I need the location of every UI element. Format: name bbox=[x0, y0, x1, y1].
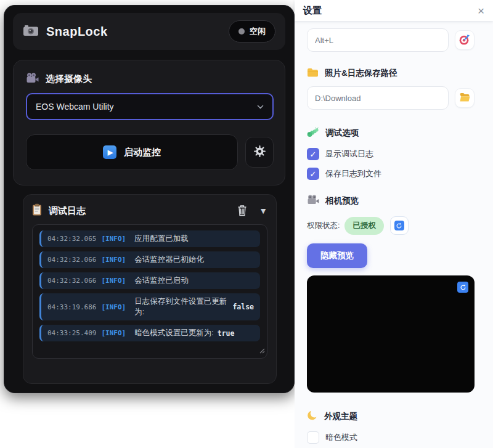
app-header: SnapLock 空闲 bbox=[13, 13, 285, 50]
hide-preview-button[interactable]: 隐藏预览 bbox=[307, 243, 367, 268]
permission-status-label: 权限状态: bbox=[307, 221, 340, 231]
log-entry: 04:33:25.409 [INFO] 暗色模式设置已更新为: true bbox=[39, 325, 260, 341]
resize-handle[interactable] bbox=[259, 345, 265, 356]
app-panel: SnapLock 空闲 选择摄像头 EOS Webcam Utility bbox=[4, 5, 295, 393]
status-dot-icon bbox=[238, 28, 245, 35]
close-icon[interactable]: × bbox=[478, 5, 484, 17]
status-text: 空闲 bbox=[250, 26, 266, 37]
log-entry: 04:33:19.686 [INFO] 日志保存到文件设置已更新为: false bbox=[39, 293, 260, 320]
moon-icon bbox=[307, 410, 318, 423]
collapse-log-button[interactable]: ▼ bbox=[259, 206, 267, 216]
trash-icon bbox=[237, 204, 248, 218]
path-section-heading: 照片&日志保存路径 bbox=[307, 68, 475, 79]
preview-section-heading: 相机预览 bbox=[307, 195, 475, 206]
settings-header: 设置 × bbox=[295, 0, 493, 21]
debug-log-card: 调试日志 ▼ bbox=[23, 194, 277, 384]
chevron-down-icon bbox=[257, 102, 264, 112]
browse-folder-button[interactable] bbox=[455, 88, 475, 108]
appearance-section-heading: 外观主题 bbox=[307, 410, 475, 423]
log-entry: 04:32:32.066 [INFO] 会话监控器已初始化 bbox=[39, 251, 260, 268]
settings-gear-button[interactable] bbox=[245, 137, 274, 168]
status-badge: 空闲 bbox=[229, 20, 275, 43]
folder-icon bbox=[307, 68, 319, 79]
settings-panel: 设置 × bbox=[295, 0, 493, 448]
log-entry: 04:32:32.066 [INFO] 会话监控已启动 bbox=[39, 272, 260, 289]
selected-camera-value: EOS Webcam Utility bbox=[36, 102, 114, 112]
save-log-file-label: 保存日志到文件 bbox=[325, 168, 381, 179]
settings-title: 设置 bbox=[303, 5, 322, 17]
collapse-triangle-icon: ▼ bbox=[259, 206, 267, 216]
log-output-area[interactable]: 04:32:32.065 [INFO] 应用配置已加载 04:32:32.066… bbox=[32, 224, 267, 359]
gear-icon bbox=[253, 145, 266, 160]
save-log-file-checkbox[interactable]: ✓ bbox=[307, 168, 319, 180]
show-debug-log-checkbox[interactable]: ✓ bbox=[307, 148, 319, 160]
hotkey-input[interactable] bbox=[307, 28, 449, 52]
camera-icon bbox=[23, 24, 39, 39]
bug-icon bbox=[307, 127, 319, 139]
check-icon: ✓ bbox=[310, 150, 317, 159]
check-icon: ✓ bbox=[310, 169, 317, 179]
app-title: SnapLock bbox=[46, 25, 108, 39]
start-monitor-label: 启动监控 bbox=[124, 147, 161, 158]
play-icon: ▶ bbox=[103, 145, 116, 159]
open-folder-icon bbox=[459, 92, 471, 104]
video-camera-icon bbox=[26, 73, 39, 85]
refresh-icon bbox=[394, 221, 404, 230]
refresh-permission-button[interactable] bbox=[390, 216, 409, 235]
camera-section-label: 选择摄像头 bbox=[26, 73, 274, 85]
clipboard-icon bbox=[32, 203, 42, 218]
camera-preview-area bbox=[307, 275, 475, 393]
show-debug-log-label: 显示调试日志 bbox=[325, 149, 373, 160]
debug-log-title: 调试日志 bbox=[49, 205, 86, 217]
start-monitor-button[interactable]: ▶ 启动监控 bbox=[26, 134, 238, 170]
log-entry: 04:32:32.065 [INFO] 应用配置已加载 bbox=[39, 230, 260, 247]
preview-refresh-button[interactable] bbox=[457, 282, 468, 293]
camera-select-dropdown[interactable]: EOS Webcam Utility bbox=[26, 93, 274, 120]
camera-card: 选择摄像头 EOS Webcam Utility ▶ 启动监控 bbox=[13, 60, 285, 185]
permission-status-badge: 已授权 bbox=[344, 217, 384, 235]
debug-section-heading: 调试选项 bbox=[307, 127, 475, 139]
dark-mode-checkbox[interactable] bbox=[307, 431, 319, 444]
target-icon bbox=[458, 33, 471, 47]
dark-mode-label: 暗色模式 bbox=[325, 432, 357, 443]
clear-log-button[interactable] bbox=[237, 204, 248, 218]
movie-camera-icon bbox=[307, 195, 319, 206]
save-path-input[interactable] bbox=[307, 86, 449, 110]
hotkey-target-button[interactable] bbox=[455, 30, 475, 50]
